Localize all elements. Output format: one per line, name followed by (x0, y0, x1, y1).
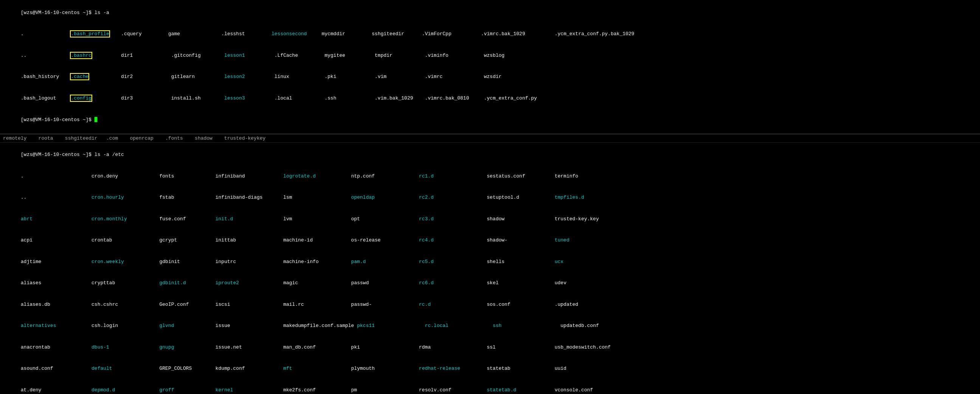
ls-row-4: .bash_logout .config dir3 install.sh les… (3, 88, 977, 109)
ls-row-2: .. .bashrc dir1 .gitconfig lesson1 .LfCa… (3, 45, 977, 67)
cache-highlighted: .cache (71, 74, 89, 80)
etc-dots: . cron.deny fonts infiniband logrotate.d… (3, 166, 977, 187)
prompt1: [wzs@VM-16-10-centos ~]$ (21, 10, 94, 16)
cmd1: ls -a (94, 10, 109, 16)
terminal: [wzs@VM-16-10-centos ~]$ ls -a . .bash_p… (0, 0, 980, 394)
bashrc-highlighted: .bashrc (71, 53, 92, 58)
cursor1: █ (94, 117, 97, 123)
middle-section: remotely roota sshgiteedir .com openrcap… (0, 134, 980, 143)
etc-cmd-line: [wzs@VM-16-10-centos ~]$ ls -a /etc (3, 144, 977, 166)
ls-row-1: . .bash_profile .cquery game .lesshst le… (3, 24, 977, 45)
bash-profile-highlighted: .bash_profile (71, 31, 109, 37)
etc-prompt: [wzs@VM-16-10-centos ~]$ (21, 152, 94, 158)
bottom-section: [wzs@VM-16-10-centos ~]$ ls -a /etc . cr… (0, 143, 980, 394)
prompt2: [wzs@VM-16-10-centos ~]$ (21, 117, 94, 123)
etc-dotdot: .. cron.hourly fstab infiniband-diags ls… (3, 187, 977, 209)
top-section: [wzs@VM-16-10-centos ~]$ ls -a . .bash_p… (0, 0, 980, 134)
etc-cmd: ls -a /etc (94, 152, 124, 158)
partial-text: remotely roota sshgiteedir .com openrcap… (3, 136, 266, 141)
top-cmd-line: [wzs@VM-16-10-centos ~]$ ls -a (3, 2, 977, 24)
top-prompt-after: [wzs@VM-16-10-centos ~]$ █ (3, 109, 977, 131)
ls-row-3: .bash_history .cache dir2 gitlearn lesso… (3, 67, 977, 88)
config-highlighted: .config (71, 96, 92, 101)
